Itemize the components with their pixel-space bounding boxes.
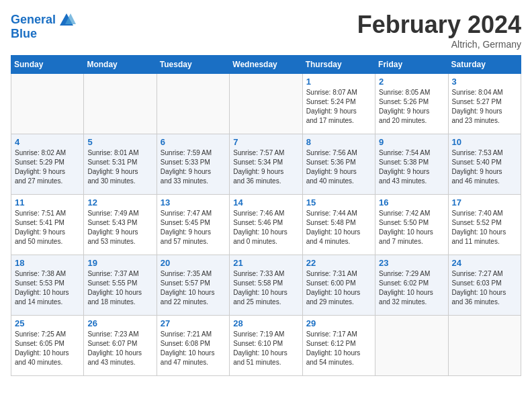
day-info: Sunrise: 7:38 AM Sunset: 5:53 PM Dayligh… [15, 269, 80, 307]
calendar-cell: 18Sunrise: 7:38 AM Sunset: 5:53 PM Dayli… [11, 255, 84, 316]
calendar-cell: 9Sunrise: 7:54 AM Sunset: 5:38 PM Daylig… [375, 134, 448, 195]
calendar-cell [375, 316, 448, 376]
day-info: Sunrise: 7:29 AM Sunset: 6:02 PM Dayligh… [379, 269, 444, 307]
calendar-cell: 2Sunrise: 8:05 AM Sunset: 5:26 PM Daylig… [375, 74, 448, 134]
day-info: Sunrise: 7:49 AM Sunset: 5:43 PM Dayligh… [87, 209, 152, 246]
logo-icon [57, 11, 76, 30]
day-number: 9 [379, 137, 444, 147]
day-number: 8 [306, 137, 371, 147]
day-number: 26 [87, 318, 152, 328]
weekday-header-tuesday: Tuesday [157, 56, 229, 74]
day-info: Sunrise: 7:54 AM Sunset: 5:38 PM Dayligh… [379, 148, 444, 186]
calendar-cell: 20Sunrise: 7:35 AM Sunset: 5:57 PM Dayli… [157, 255, 229, 316]
day-info: Sunrise: 7:19 AM Sunset: 6:10 PM Dayligh… [233, 330, 298, 367]
day-info: Sunrise: 7:37 AM Sunset: 5:55 PM Dayligh… [87, 269, 152, 307]
calendar-cell: 15Sunrise: 7:44 AM Sunset: 5:48 PM Dayli… [302, 195, 375, 255]
calendar-table: SundayMondayTuesdayWednesdayThursdayFrid… [11, 55, 521, 376]
location: Altrich, Germany [357, 39, 521, 50]
day-number: 18 [15, 258, 80, 268]
day-info: Sunrise: 7:21 AM Sunset: 6:08 PM Dayligh… [161, 330, 226, 367]
logo-text: General [11, 13, 56, 28]
calendar-cell: 7Sunrise: 7:57 AM Sunset: 5:34 PM Daylig… [230, 134, 302, 195]
weekday-header-sunday: Sunday [11, 56, 84, 74]
day-number: 12 [87, 197, 152, 208]
day-info: Sunrise: 7:35 AM Sunset: 5:57 PM Dayligh… [161, 269, 226, 307]
calendar-cell: 21Sunrise: 7:33 AM Sunset: 5:58 PM Dayli… [230, 255, 302, 316]
calendar-cell: 13Sunrise: 7:47 AM Sunset: 5:45 PM Dayli… [157, 195, 229, 255]
day-number: 23 [379, 258, 444, 268]
weekday-header-friday: Friday [375, 56, 448, 74]
day-info: Sunrise: 7:46 AM Sunset: 5:46 PM Dayligh… [233, 209, 298, 246]
calendar-cell: 1Sunrise: 8:07 AM Sunset: 5:24 PM Daylig… [302, 74, 375, 134]
calendar-cell: 19Sunrise: 7:37 AM Sunset: 5:55 PM Dayli… [84, 255, 157, 316]
day-info: Sunrise: 7:53 AM Sunset: 5:40 PM Dayligh… [452, 148, 517, 186]
day-info: Sunrise: 7:31 AM Sunset: 6:00 PM Dayligh… [306, 269, 371, 307]
calendar-cell: 26Sunrise: 7:23 AM Sunset: 6:07 PM Dayli… [84, 316, 157, 376]
day-number: 2 [379, 77, 444, 87]
day-number: 6 [161, 137, 226, 147]
calendar-cell: 28Sunrise: 7:19 AM Sunset: 6:10 PM Dayli… [230, 316, 302, 376]
calendar-cell [11, 74, 84, 134]
calendar-cell: 23Sunrise: 7:29 AM Sunset: 6:02 PM Dayli… [375, 255, 448, 316]
day-number: 19 [87, 258, 152, 268]
calendar-cell: 11Sunrise: 7:51 AM Sunset: 5:41 PM Dayli… [11, 195, 84, 255]
calendar-cell: 4Sunrise: 8:02 AM Sunset: 5:29 PM Daylig… [11, 134, 84, 195]
day-info: Sunrise: 7:44 AM Sunset: 5:48 PM Dayligh… [306, 209, 371, 246]
day-info: Sunrise: 7:56 AM Sunset: 5:36 PM Dayligh… [306, 148, 371, 186]
calendar-cell: 5Sunrise: 8:01 AM Sunset: 5:31 PM Daylig… [84, 134, 157, 195]
title-block: February 2024 Altrich, Germany [357, 11, 521, 50]
calendar-cell [230, 74, 302, 134]
day-number: 24 [452, 258, 517, 268]
calendar-cell: 14Sunrise: 7:46 AM Sunset: 5:46 PM Dayli… [230, 195, 302, 255]
day-number: 13 [161, 197, 226, 208]
calendar-cell: 6Sunrise: 7:59 AM Sunset: 5:33 PM Daylig… [157, 134, 229, 195]
calendar-cell [157, 74, 229, 134]
calendar-cell: 24Sunrise: 7:27 AM Sunset: 6:03 PM Dayli… [448, 255, 521, 316]
page-header: General Blue February 2024 Altrich, Germ… [11, 11, 521, 50]
calendar-cell: 17Sunrise: 7:40 AM Sunset: 5:52 PM Dayli… [448, 195, 521, 255]
calendar-cell: 29Sunrise: 7:17 AM Sunset: 6:12 PM Dayli… [302, 316, 375, 376]
day-number: 27 [161, 318, 226, 328]
day-info: Sunrise: 7:40 AM Sunset: 5:52 PM Dayligh… [452, 209, 517, 246]
calendar-cell: 22Sunrise: 7:31 AM Sunset: 6:00 PM Dayli… [302, 255, 375, 316]
day-info: Sunrise: 7:17 AM Sunset: 6:12 PM Dayligh… [306, 330, 371, 367]
calendar-cell: 8Sunrise: 7:56 AM Sunset: 5:36 PM Daylig… [302, 134, 375, 195]
calendar-cell: 27Sunrise: 7:21 AM Sunset: 6:08 PM Dayli… [157, 316, 229, 376]
day-info: Sunrise: 7:33 AM Sunset: 5:58 PM Dayligh… [233, 269, 298, 307]
day-number: 10 [452, 137, 517, 147]
logo: General Blue [11, 11, 76, 42]
weekday-header-monday: Monday [84, 56, 157, 74]
weekday-header-saturday: Saturday [448, 56, 521, 74]
month-title: February 2024 [357, 11, 521, 39]
day-number: 17 [452, 197, 517, 208]
weekday-header-wednesday: Wednesday [230, 56, 302, 74]
day-info: Sunrise: 8:07 AM Sunset: 5:24 PM Dayligh… [306, 88, 371, 126]
calendar-cell: 3Sunrise: 8:04 AM Sunset: 5:27 PM Daylig… [448, 74, 521, 134]
day-number: 22 [306, 258, 371, 268]
day-number: 16 [379, 197, 444, 208]
day-number: 5 [87, 137, 152, 147]
day-info: Sunrise: 8:05 AM Sunset: 5:26 PM Dayligh… [379, 88, 444, 126]
day-number: 28 [233, 318, 298, 328]
day-info: Sunrise: 7:57 AM Sunset: 5:34 PM Dayligh… [233, 148, 298, 186]
day-number: 1 [306, 77, 371, 87]
day-number: 11 [15, 197, 80, 208]
day-number: 29 [306, 318, 371, 328]
calendar-cell: 10Sunrise: 7:53 AM Sunset: 5:40 PM Dayli… [448, 134, 521, 195]
weekday-header-thursday: Thursday [302, 56, 375, 74]
day-number: 21 [233, 258, 298, 268]
day-info: Sunrise: 7:59 AM Sunset: 5:33 PM Dayligh… [161, 148, 226, 186]
day-number: 20 [161, 258, 226, 268]
day-info: Sunrise: 7:47 AM Sunset: 5:45 PM Dayligh… [161, 209, 226, 246]
calendar-cell [448, 316, 521, 376]
day-number: 7 [233, 137, 298, 147]
day-info: Sunrise: 8:04 AM Sunset: 5:27 PM Dayligh… [452, 88, 517, 126]
calendar-cell: 25Sunrise: 7:25 AM Sunset: 6:05 PM Dayli… [11, 316, 84, 376]
day-number: 3 [452, 77, 517, 87]
calendar-cell [84, 74, 157, 134]
day-number: 15 [306, 197, 371, 208]
day-info: Sunrise: 7:27 AM Sunset: 6:03 PM Dayligh… [452, 269, 517, 307]
calendar-cell: 12Sunrise: 7:49 AM Sunset: 5:43 PM Dayli… [84, 195, 157, 255]
day-info: Sunrise: 7:23 AM Sunset: 6:07 PM Dayligh… [87, 330, 152, 367]
calendar-cell: 16Sunrise: 7:42 AM Sunset: 5:50 PM Dayli… [375, 195, 448, 255]
